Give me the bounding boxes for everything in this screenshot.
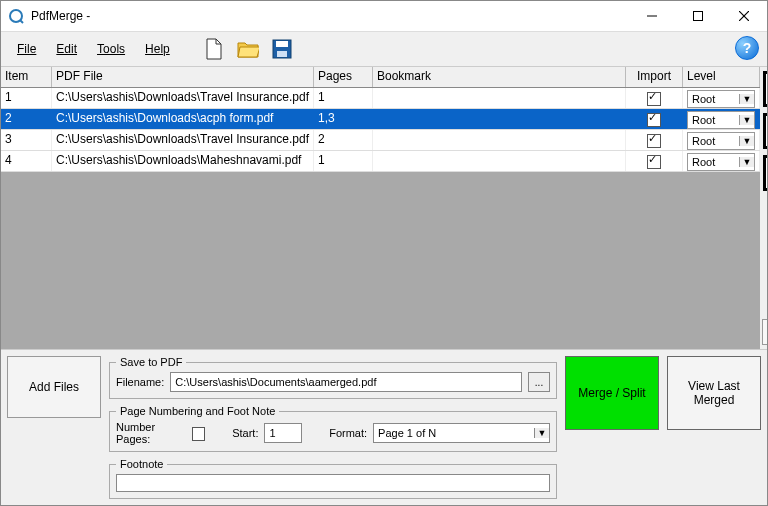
table-row[interactable]: 1C:\Users\ashis\Downloads\Travel Insuran…: [1, 88, 760, 109]
menu-edit[interactable]: Edit: [48, 39, 85, 59]
format-select[interactable]: Page 1 of N▼: [373, 423, 550, 443]
cell-import: [626, 130, 683, 150]
cell-import: [626, 88, 683, 108]
cell-item: 4: [1, 151, 52, 171]
table-row[interactable]: 2C:\Users\ashis\Downloads\acph form.pdf1…: [1, 109, 760, 130]
level-select[interactable]: Root▼: [687, 153, 755, 171]
menu-help[interactable]: Help: [137, 39, 178, 59]
svg-rect-7: [276, 41, 288, 47]
cell-import: [626, 109, 683, 129]
footnote-input[interactable]: [116, 474, 550, 492]
delete-button[interactable]: [763, 155, 767, 191]
menu-tools[interactable]: Tools: [89, 39, 133, 59]
cell-bookmark: [373, 151, 626, 171]
save-to-pdf-group: Save to PDF Filename: ...: [109, 356, 557, 399]
cell-item: 3: [1, 130, 52, 150]
level-select[interactable]: Root▼: [687, 90, 755, 108]
table-row[interactable]: 3C:\Users\ashis\Downloads\Travel Insuran…: [1, 130, 760, 151]
add-files-button[interactable]: Add Files: [7, 356, 101, 418]
close-button[interactable]: [721, 1, 767, 31]
header-item[interactable]: Item: [1, 67, 52, 87]
chevron-down-icon: ▼: [739, 157, 754, 167]
bottom-panel: Add Files Save to PDF Filename: ... Page…: [1, 349, 767, 505]
maximize-button[interactable]: [675, 1, 721, 31]
cell-bookmark: [373, 88, 626, 108]
svg-rect-8: [277, 51, 287, 57]
page-numbering-group: Page Numbering and Foot Note Number Page…: [109, 405, 557, 452]
filename-label: Filename:: [116, 376, 164, 388]
cell-level: Root▼: [683, 151, 760, 171]
start-input[interactable]: [264, 423, 302, 443]
merge-split-button[interactable]: Merge / Split: [565, 356, 659, 430]
cell-file: C:\Users\ashis\Downloads\Travel Insuranc…: [52, 88, 314, 108]
number-pages-label: Number Pages:: [116, 421, 186, 445]
cell-import: [626, 151, 683, 171]
cell-level: Root▼: [683, 88, 760, 108]
footnote-group: Footnote: [109, 458, 557, 499]
level-select[interactable]: Root▼: [687, 111, 755, 129]
main-area: Item PDF File Pages Bookmark Import Leve…: [1, 67, 767, 505]
save-icon[interactable]: [270, 37, 294, 61]
app-window: PdfMerge - File Edit Tools Help ? Item P…: [0, 0, 768, 506]
chevron-down-icon: ▼: [739, 136, 754, 146]
help-icon[interactable]: ?: [735, 36, 759, 60]
import-checkbox[interactable]: [647, 134, 661, 148]
cell-pages: 1: [314, 151, 373, 171]
filename-input[interactable]: [170, 372, 522, 392]
header-level[interactable]: Level: [683, 67, 760, 87]
start-label: Start:: [232, 427, 258, 439]
app-icon: [7, 7, 25, 25]
chevron-down-icon: ▼: [739, 115, 754, 125]
cell-level: Root▼: [683, 130, 760, 150]
svg-line-1: [20, 20, 23, 23]
header-bookmark[interactable]: Bookmark: [373, 67, 626, 87]
cell-pages: 2: [314, 130, 373, 150]
cell-item: 1: [1, 88, 52, 108]
format-label: Format:: [329, 427, 367, 439]
cell-file: C:\Users\ashis\Downloads\Maheshnavami.pd…: [52, 151, 314, 171]
cell-pages: 1,3: [314, 109, 373, 129]
menu-file[interactable]: File: [9, 39, 44, 59]
cell-pages: 1: [314, 88, 373, 108]
cell-level: Root▼: [683, 109, 760, 129]
save-to-pdf-legend: Save to PDF: [116, 356, 186, 368]
header-pages[interactable]: Pages: [314, 67, 373, 87]
chevron-down-icon: ▼: [534, 428, 549, 438]
view-button[interactable]: View: [762, 319, 767, 345]
svg-rect-3: [694, 12, 703, 21]
import-checkbox[interactable]: [647, 92, 661, 106]
view-last-merged-button[interactable]: View Last Merged: [667, 356, 761, 430]
table-row[interactable]: 4C:\Users\ashis\Downloads\Maheshnavami.p…: [1, 151, 760, 172]
move-up-button[interactable]: [763, 71, 767, 107]
cell-bookmark: [373, 130, 626, 150]
cell-item: 2: [1, 109, 52, 129]
page-numbering-legend: Page Numbering and Foot Note: [116, 405, 279, 417]
import-checkbox[interactable]: [647, 155, 661, 169]
grid-header: Item PDF File Pages Bookmark Import Leve…: [1, 67, 760, 88]
title-bar: PdfMerge -: [1, 1, 767, 32]
file-grid[interactable]: Item PDF File Pages Bookmark Import Leve…: [1, 67, 760, 349]
footnote-legend: Footnote: [116, 458, 167, 470]
header-pdf-file[interactable]: PDF File: [52, 67, 314, 87]
open-folder-icon[interactable]: [236, 37, 260, 61]
new-file-icon[interactable]: [202, 37, 226, 61]
chevron-down-icon: ▼: [739, 94, 754, 104]
level-select[interactable]: Root▼: [687, 132, 755, 150]
number-pages-checkbox[interactable]: [192, 427, 205, 441]
cell-bookmark: [373, 109, 626, 129]
window-title: PdfMerge -: [31, 9, 90, 23]
cell-file: C:\Users\ashis\Downloads\acph form.pdf: [52, 109, 314, 129]
cell-file: C:\Users\ashis\Downloads\Travel Insuranc…: [52, 130, 314, 150]
side-buttons: View: [760, 67, 767, 349]
menu-bar: File Edit Tools Help ?: [1, 32, 767, 67]
header-import[interactable]: Import: [626, 67, 683, 87]
minimize-button[interactable]: [629, 1, 675, 31]
move-down-button[interactable]: [763, 113, 767, 149]
browse-button[interactable]: ...: [528, 372, 550, 392]
import-checkbox[interactable]: [647, 113, 661, 127]
